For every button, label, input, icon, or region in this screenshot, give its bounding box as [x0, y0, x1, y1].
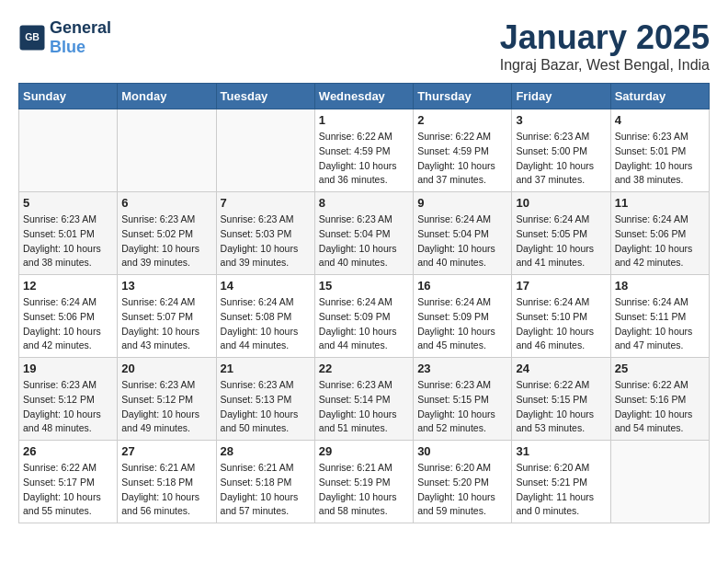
day-number: 3: [516, 113, 606, 127]
day-info: Sunrise: 6:23 AM Sunset: 5:01 PM Dayligh…: [615, 130, 705, 188]
day-number: 17: [516, 279, 606, 293]
day-info: Sunrise: 6:24 AM Sunset: 5:09 PM Dayligh…: [319, 295, 409, 353]
calendar-cell: 31Sunrise: 6:20 AM Sunset: 5:21 PM Dayli…: [512, 441, 610, 523]
svg-text:GB: GB: [25, 31, 40, 42]
day-info: Sunrise: 6:24 AM Sunset: 5:10 PM Dayligh…: [516, 295, 606, 353]
day-info: Sunrise: 6:23 AM Sunset: 5:12 PM Dayligh…: [121, 378, 211, 436]
day-number: 15: [319, 279, 409, 293]
calendar-cell: [118, 109, 216, 192]
day-info: Sunrise: 6:23 AM Sunset: 5:02 PM Dayligh…: [121, 213, 211, 270]
calendar-cell: 28Sunrise: 6:21 AM Sunset: 5:18 PM Dayli…: [216, 441, 314, 523]
calendar-cell: 13Sunrise: 6:24 AM Sunset: 5:07 PM Dayli…: [118, 275, 216, 358]
day-info: Sunrise: 6:24 AM Sunset: 5:06 PM Dayligh…: [615, 213, 705, 270]
day-info: Sunrise: 6:22 AM Sunset: 5:16 PM Dayligh…: [615, 378, 705, 436]
day-number: 16: [417, 279, 507, 293]
calendar-cell: 11Sunrise: 6:24 AM Sunset: 5:06 PM Dayli…: [610, 192, 709, 275]
weekday-header-row: SundayMondayTuesdayWednesdayThursdayFrid…: [19, 84, 710, 109]
calendar-cell: 5Sunrise: 6:23 AM Sunset: 5:01 PM Daylig…: [19, 192, 118, 275]
calendar-cell: 20Sunrise: 6:23 AM Sunset: 5:12 PM Dayli…: [118, 358, 216, 441]
logo-general: General: [50, 18, 111, 38]
calendar-cell: 21Sunrise: 6:23 AM Sunset: 5:13 PM Dayli…: [216, 358, 314, 441]
weekday-header: Sunday: [19, 84, 118, 109]
day-info: Sunrise: 6:24 AM Sunset: 5:09 PM Dayligh…: [417, 295, 507, 353]
day-number: 1: [319, 113, 409, 127]
day-info: Sunrise: 6:23 AM Sunset: 5:13 PM Dayligh…: [221, 378, 311, 436]
day-number: 25: [615, 362, 705, 375]
weekday-header: Monday: [118, 84, 216, 109]
calendar-cell: 4Sunrise: 6:23 AM Sunset: 5:01 PM Daylig…: [610, 109, 709, 192]
day-info: Sunrise: 6:21 AM Sunset: 5:19 PM Dayligh…: [319, 461, 409, 519]
weekday-header: Friday: [512, 84, 610, 109]
day-info: Sunrise: 6:24 AM Sunset: 5:08 PM Dayligh…: [221, 295, 311, 353]
calendar-cell: 16Sunrise: 6:24 AM Sunset: 5:09 PM Dayli…: [414, 275, 512, 358]
month-title: January 2025: [500, 18, 710, 57]
day-info: Sunrise: 6:24 AM Sunset: 5:04 PM Dayligh…: [417, 213, 507, 270]
day-number: 26: [23, 444, 113, 458]
weekday-header: Thursday: [414, 84, 512, 109]
calendar-cell: 12Sunrise: 6:24 AM Sunset: 5:06 PM Dayli…: [19, 275, 118, 358]
calendar-week-row: 1Sunrise: 6:22 AM Sunset: 4:59 PM Daylig…: [19, 109, 710, 192]
calendar-cell: 19Sunrise: 6:23 AM Sunset: 5:12 PM Dayli…: [19, 358, 118, 441]
day-info: Sunrise: 6:24 AM Sunset: 5:11 PM Dayligh…: [615, 295, 705, 353]
day-info: Sunrise: 6:23 AM Sunset: 5:12 PM Dayligh…: [23, 378, 113, 436]
calendar-week-row: 26Sunrise: 6:22 AM Sunset: 5:17 PM Dayli…: [19, 441, 710, 523]
calendar-cell: 14Sunrise: 6:24 AM Sunset: 5:08 PM Dayli…: [216, 275, 314, 358]
day-info: Sunrise: 6:24 AM Sunset: 5:05 PM Dayligh…: [516, 213, 606, 270]
calendar-cell: 8Sunrise: 6:23 AM Sunset: 5:04 PM Daylig…: [314, 192, 413, 275]
day-info: Sunrise: 6:24 AM Sunset: 5:06 PM Dayligh…: [23, 295, 113, 353]
page-header: GB General Blue January 2025 Ingraj Baza…: [18, 18, 710, 74]
day-number: 12: [23, 279, 113, 293]
day-info: Sunrise: 6:23 AM Sunset: 5:00 PM Dayligh…: [516, 130, 606, 188]
calendar-cell: 27Sunrise: 6:21 AM Sunset: 5:18 PM Dayli…: [118, 441, 216, 523]
day-number: 8: [319, 196, 409, 210]
calendar-table: SundayMondayTuesdayWednesdayThursdayFrid…: [18, 83, 710, 523]
day-number: 2: [417, 113, 507, 127]
calendar-week-row: 12Sunrise: 6:24 AM Sunset: 5:06 PM Dayli…: [19, 275, 710, 358]
location-subtitle: Ingraj Bazar, West Bengal, India: [500, 57, 710, 74]
calendar-cell: 29Sunrise: 6:21 AM Sunset: 5:19 PM Dayli…: [314, 441, 413, 523]
weekday-header: Saturday: [610, 84, 709, 109]
calendar-cell: 3Sunrise: 6:23 AM Sunset: 5:00 PM Daylig…: [512, 109, 610, 192]
day-number: 7: [221, 196, 311, 210]
calendar-cell: 6Sunrise: 6:23 AM Sunset: 5:02 PM Daylig…: [118, 192, 216, 275]
logo-blue: Blue: [50, 38, 111, 57]
day-number: 4: [615, 113, 705, 127]
day-number: 31: [516, 444, 606, 458]
day-number: 20: [121, 362, 211, 375]
calendar-cell: 2Sunrise: 6:22 AM Sunset: 4:59 PM Daylig…: [414, 109, 512, 192]
day-info: Sunrise: 6:22 AM Sunset: 5:15 PM Dayligh…: [516, 378, 606, 436]
calendar-cell: 23Sunrise: 6:23 AM Sunset: 5:15 PM Dayli…: [414, 358, 512, 441]
day-number: 24: [516, 362, 606, 375]
calendar-week-row: 5Sunrise: 6:23 AM Sunset: 5:01 PM Daylig…: [19, 192, 710, 275]
day-info: Sunrise: 6:23 AM Sunset: 5:03 PM Dayligh…: [221, 213, 311, 270]
calendar-cell: 9Sunrise: 6:24 AM Sunset: 5:04 PM Daylig…: [414, 192, 512, 275]
title-block: January 2025 Ingraj Bazar, West Bengal, …: [500, 18, 710, 74]
calendar-cell: [19, 109, 118, 192]
calendar-cell: [216, 109, 314, 192]
day-info: Sunrise: 6:23 AM Sunset: 5:04 PM Dayligh…: [319, 213, 409, 270]
day-number: 19: [23, 362, 113, 375]
day-number: 29: [319, 444, 409, 458]
day-number: 30: [417, 444, 507, 458]
day-number: 18: [615, 279, 705, 293]
day-info: Sunrise: 6:24 AM Sunset: 5:07 PM Dayligh…: [121, 295, 211, 353]
day-info: Sunrise: 6:22 AM Sunset: 4:59 PM Dayligh…: [417, 130, 507, 188]
day-info: Sunrise: 6:23 AM Sunset: 5:01 PM Dayligh…: [23, 213, 113, 270]
calendar-cell: 7Sunrise: 6:23 AM Sunset: 5:03 PM Daylig…: [216, 192, 314, 275]
day-info: Sunrise: 6:23 AM Sunset: 5:15 PM Dayligh…: [417, 378, 507, 436]
day-number: 23: [417, 362, 507, 375]
calendar-cell: 15Sunrise: 6:24 AM Sunset: 5:09 PM Dayli…: [314, 275, 413, 358]
logo: GB General Blue: [18, 18, 111, 57]
day-info: Sunrise: 6:21 AM Sunset: 5:18 PM Dayligh…: [221, 461, 311, 519]
calendar-cell: [610, 441, 709, 523]
calendar-cell: 18Sunrise: 6:24 AM Sunset: 5:11 PM Dayli…: [610, 275, 709, 358]
day-number: 13: [121, 279, 211, 293]
calendar-cell: 10Sunrise: 6:24 AM Sunset: 5:05 PM Dayli…: [512, 192, 610, 275]
calendar-cell: 17Sunrise: 6:24 AM Sunset: 5:10 PM Dayli…: [512, 275, 610, 358]
day-number: 14: [221, 279, 311, 293]
calendar-week-row: 19Sunrise: 6:23 AM Sunset: 5:12 PM Dayli…: [19, 358, 710, 441]
day-info: Sunrise: 6:20 AM Sunset: 5:21 PM Dayligh…: [516, 461, 606, 519]
day-number: 9: [417, 196, 507, 210]
calendar-cell: 25Sunrise: 6:22 AM Sunset: 5:16 PM Dayli…: [610, 358, 709, 441]
day-info: Sunrise: 6:21 AM Sunset: 5:18 PM Dayligh…: [121, 461, 211, 519]
